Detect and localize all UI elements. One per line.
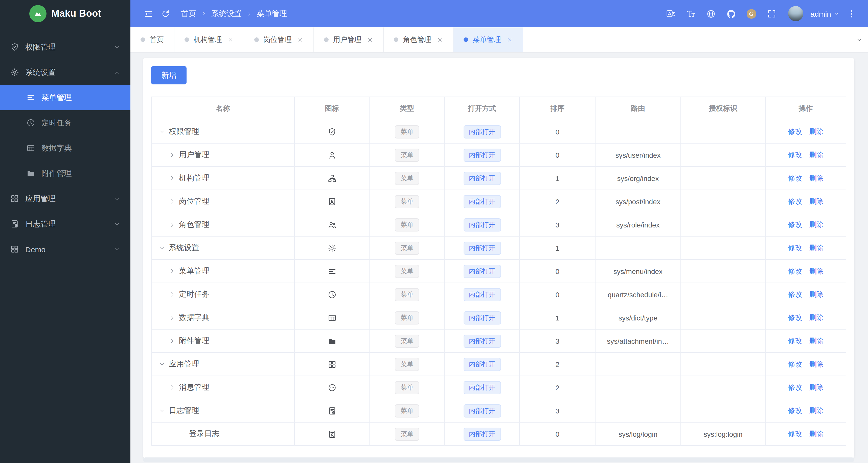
- edit-link[interactable]: 修改: [788, 267, 802, 275]
- breadcrumb-item[interactable]: 首页: [181, 9, 196, 19]
- delete-link[interactable]: 删除: [809, 197, 824, 205]
- delete-link[interactable]: 删除: [809, 290, 824, 298]
- edit-link[interactable]: 修改: [788, 429, 802, 437]
- cell-actions: 修改删除: [765, 143, 846, 166]
- sidebar-item-menu[interactable]: 菜单管理: [0, 85, 130, 110]
- chevron-down-icon[interactable]: [159, 128, 165, 135]
- delete-link[interactable]: 删除: [809, 150, 824, 158]
- cell-open: 内部打开: [445, 329, 520, 352]
- chevron-right-icon[interactable]: [169, 198, 176, 205]
- edit-link[interactable]: 修改: [788, 336, 802, 344]
- gear-icon: [10, 68, 19, 77]
- cell-perm: [681, 352, 765, 376]
- chevron-down-icon[interactable]: [159, 361, 165, 367]
- close-icon[interactable]: [227, 37, 234, 43]
- cell-actions: 修改删除: [765, 352, 846, 376]
- sidebar-item-app[interactable]: 应用管理: [0, 186, 130, 211]
- horizontal-scrollbar[interactable]: [143, 458, 854, 462]
- sidebar-item-dict[interactable]: 数据字典: [0, 135, 130, 161]
- delete-link[interactable]: 删除: [809, 383, 824, 391]
- cell-perm: [681, 306, 765, 329]
- dict-table-icon: [327, 313, 336, 322]
- translate-icon[interactable]: [662, 5, 679, 22]
- delete-link[interactable]: 删除: [809, 429, 824, 437]
- cell-name: 岗位管理: [151, 190, 294, 213]
- close-icon[interactable]: [437, 37, 443, 43]
- delete-link[interactable]: 删除: [809, 336, 824, 344]
- tab-post[interactable]: 岗位管理: [244, 27, 314, 52]
- chevron-right-icon[interactable]: [169, 314, 176, 321]
- sidebar-item-schedule[interactable]: 定时任务: [0, 110, 130, 135]
- chevron-down-icon[interactable]: [159, 245, 165, 251]
- breadcrumb-item[interactable]: 菜单管理: [257, 9, 287, 19]
- delete-link[interactable]: 删除: [809, 220, 824, 228]
- fullscreen-icon[interactable]: [763, 5, 780, 22]
- edit-link[interactable]: 修改: [788, 360, 802, 368]
- user-menu[interactable]: admin: [810, 9, 840, 18]
- edit-link[interactable]: 修改: [788, 406, 802, 414]
- cell-perm: [681, 329, 765, 352]
- sidebar-item-attachment[interactable]: 附件管理: [0, 161, 130, 186]
- sidebar-item-log[interactable]: 日志管理: [0, 211, 130, 237]
- sidebar-item-system[interactable]: 系统设置: [0, 60, 130, 85]
- cell-open: 内部打开: [445, 422, 520, 445]
- chevron-right-icon[interactable]: [169, 291, 176, 298]
- delete-link[interactable]: 删除: [809, 127, 824, 135]
- type-badge: 菜单: [395, 148, 419, 161]
- close-icon[interactable]: [506, 37, 513, 43]
- cell-route: [595, 352, 681, 376]
- add-button[interactable]: 新增: [151, 66, 187, 84]
- chevron-right-icon[interactable]: [169, 175, 176, 181]
- chevron-right-icon[interactable]: [169, 268, 176, 274]
- tab-user[interactable]: 用户管理: [314, 27, 384, 52]
- type-badge: 菜单: [395, 241, 419, 254]
- edit-link[interactable]: 修改: [788, 290, 802, 298]
- edit-link[interactable]: 修改: [788, 197, 802, 205]
- delete-link[interactable]: 删除: [809, 174, 824, 182]
- chevron-down-icon[interactable]: [159, 407, 165, 414]
- delete-link[interactable]: 删除: [809, 313, 824, 321]
- open-mode-badge: 内部打开: [463, 172, 501, 185]
- cell-type: 菜单: [370, 329, 445, 352]
- sidebar-item-auth[interactable]: 权限管理: [0, 34, 130, 60]
- edit-link[interactable]: 修改: [788, 313, 802, 321]
- font-size-icon[interactable]: [682, 5, 699, 22]
- chevron-right-icon[interactable]: [169, 152, 176, 158]
- refresh-icon[interactable]: [157, 5, 174, 22]
- tab-home[interactable]: 首页: [130, 27, 175, 52]
- chevron-right-icon[interactable]: [169, 221, 176, 228]
- chevron-right-icon[interactable]: [169, 338, 176, 344]
- edit-link[interactable]: 修改: [788, 383, 802, 391]
- tab-label: 角色管理: [403, 35, 431, 44]
- tab-org[interactable]: 机构管理: [175, 27, 244, 52]
- tab-role[interactable]: 角色管理: [384, 27, 454, 52]
- dict-table-icon: [26, 144, 35, 153]
- cell-type: 菜单: [370, 422, 445, 445]
- delete-link[interactable]: 删除: [809, 267, 824, 275]
- kebab-menu-icon[interactable]: [843, 5, 860, 22]
- delete-link[interactable]: 删除: [809, 360, 824, 368]
- gitee-icon[interactable]: G: [743, 5, 760, 22]
- tab-menu[interactable]: 菜单管理: [454, 27, 523, 52]
- close-icon[interactable]: [297, 37, 303, 43]
- delete-link[interactable]: 删除: [809, 243, 824, 251]
- github-icon[interactable]: [722, 5, 740, 22]
- close-icon[interactable]: [367, 37, 373, 43]
- sidebar-item-demo[interactable]: Demo: [0, 237, 130, 262]
- cell-sort: 0: [520, 143, 595, 166]
- breadcrumb-item[interactable]: 系统设置: [211, 9, 242, 19]
- globe-icon[interactable]: [702, 5, 719, 22]
- edit-link[interactable]: 修改: [788, 127, 802, 135]
- sidebar-item-label: 权限管理: [25, 42, 114, 52]
- edit-link[interactable]: 修改: [788, 150, 802, 158]
- chevron-right-icon[interactable]: [169, 384, 176, 391]
- collapse-sidebar-icon[interactable]: [140, 5, 157, 22]
- content-area: 新增 名称图标类型打开方式排序路由授权标识操作 权限管理菜单内部打开0修改删除用…: [130, 53, 868, 463]
- edit-link[interactable]: 修改: [788, 243, 802, 251]
- cell-icon: [294, 352, 370, 376]
- edit-link[interactable]: 修改: [788, 220, 802, 228]
- tabs-dropdown-button[interactable]: [850, 27, 868, 52]
- edit-link[interactable]: 修改: [788, 174, 802, 182]
- delete-link[interactable]: 删除: [809, 406, 824, 414]
- user-avatar[interactable]: [788, 6, 803, 21]
